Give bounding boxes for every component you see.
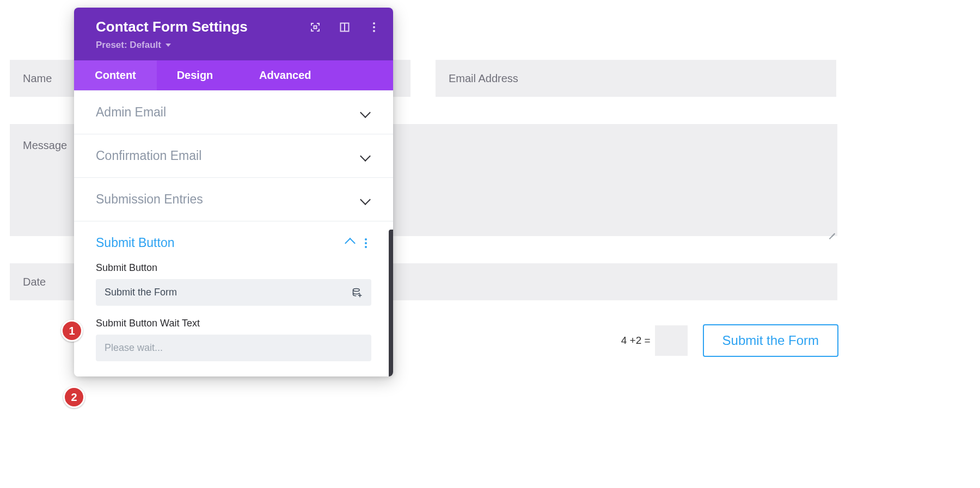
resize-handle-icon[interactable] xyxy=(828,226,835,234)
submit-button-section-body: Submit Button Submit the Form Submit But… xyxy=(74,261,393,376)
wait-text-field-label: Submit Button Wait Text xyxy=(96,318,371,329)
email-input[interactable]: Email Address xyxy=(436,60,836,97)
svg-point-6 xyxy=(353,288,360,291)
caret-down-icon xyxy=(166,44,171,47)
annotation-marker-1: 1 xyxy=(61,320,83,342)
snap-layout-icon[interactable] xyxy=(340,22,350,32)
contact-form-settings-panel: Contact Form Settings xyxy=(74,8,393,376)
section-options-icon[interactable] xyxy=(365,238,367,248)
chevron-down-icon xyxy=(360,151,371,162)
message-placeholder: Message xyxy=(23,139,67,152)
section-title: Confirmation Email xyxy=(96,149,201,163)
panel-body: Admin Email Confirmation Email Submissio… xyxy=(74,90,393,376)
section-title: Submission Entries xyxy=(96,192,203,207)
section-title: Submit Button xyxy=(96,236,174,250)
section-admin-email[interactable]: Admin Email xyxy=(74,90,393,134)
section-submission-entries[interactable]: Submission Entries xyxy=(74,177,393,221)
submit-button-field-label: Submit Button xyxy=(96,262,371,274)
panel-tabs: Content Design Advanced xyxy=(74,60,393,90)
tab-content[interactable]: Content xyxy=(74,60,157,90)
wait-text-input[interactable]: Please wait... xyxy=(96,335,371,361)
section-confirmation-email[interactable]: Confirmation Email xyxy=(74,134,393,177)
captcha-answer-input[interactable] xyxy=(655,325,688,356)
tab-design[interactable]: Design xyxy=(157,60,233,90)
svg-point-4 xyxy=(373,26,375,28)
name-placeholder: Name xyxy=(23,72,52,85)
captcha-equation-text: 4 +2 = xyxy=(621,335,651,347)
wait-text-placeholder: Please wait... xyxy=(105,342,163,354)
svg-point-3 xyxy=(373,22,375,24)
preset-selector[interactable]: Preset: Default xyxy=(96,40,379,51)
submit-form-button[interactable]: Submit the Form xyxy=(703,324,838,357)
section-title: Admin Email xyxy=(96,105,166,120)
captcha-equation: 4 +2 = xyxy=(621,325,688,356)
tab-advanced[interactable]: Advanced xyxy=(233,60,393,90)
date-placeholder: Date xyxy=(23,276,46,288)
email-placeholder: Email Address xyxy=(449,72,518,85)
submit-button-text-input[interactable]: Submit the Form xyxy=(96,279,371,306)
panel-title: Contact Form Settings xyxy=(96,18,310,35)
submit-button-text-value: Submit the Form xyxy=(105,287,177,298)
annotation-marker-2: 2 xyxy=(63,386,85,408)
svg-rect-0 xyxy=(314,26,317,28)
panel-header[interactable]: Contact Form Settings xyxy=(74,8,393,60)
preset-label: Preset: Default xyxy=(96,40,161,51)
more-options-icon[interactable] xyxy=(369,22,379,32)
section-submit-button[interactable]: Submit Button xyxy=(74,221,393,264)
chevron-down-icon xyxy=(360,107,371,118)
chevron-down-icon xyxy=(360,194,371,205)
svg-point-5 xyxy=(373,30,375,32)
captcha-row: 4 +2 = Submit the Form xyxy=(436,324,838,357)
dynamic-content-icon[interactable] xyxy=(352,287,363,298)
chevron-up-icon xyxy=(345,238,356,249)
expand-icon[interactable] xyxy=(310,22,320,32)
